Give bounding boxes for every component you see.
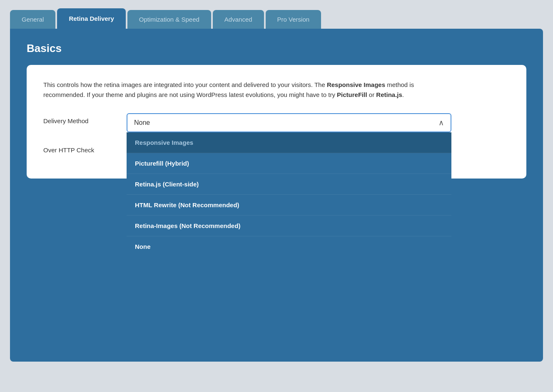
tab-advanced[interactable]: Advanced xyxy=(213,10,264,29)
dropdown-item-retina-images[interactable]: Retina-Images (Not Recommended) xyxy=(127,216,451,236)
delivery-method-label: Delivery Method xyxy=(43,113,127,124)
dropdown-item-responsive-images[interactable]: Responsive Images xyxy=(127,132,451,153)
tab-retina-delivery[interactable]: Retina Delivery xyxy=(57,8,125,29)
page-wrapper: General Retina Delivery Optimization & S… xyxy=(10,8,543,362)
description-text: This controls how the retina images are … xyxy=(43,80,418,100)
dropdown-item-retina-js[interactable]: Retina.js (Client-side) xyxy=(127,174,451,195)
dropdown-item-html-rewrite[interactable]: HTML Rewrite (Not Recommended) xyxy=(127,195,451,216)
main-content: Basics This controls how the retina imag… xyxy=(10,29,543,362)
delivery-method-control: None ∧ Responsive Images Picturefill (Hy… xyxy=(127,113,510,132)
over-http-check-label: Over HTTP Check xyxy=(43,142,127,154)
delivery-method-dropdown: Responsive Images Picturefill (Hybrid) R… xyxy=(127,132,451,257)
dropdown-item-none[interactable]: None xyxy=(127,236,451,257)
bold-responsive-images: Responsive Images xyxy=(327,81,385,88)
tab-optimization-speed[interactable]: Optimization & Speed xyxy=(127,10,211,29)
section-title: Basics xyxy=(27,42,526,55)
chevron-up-icon: ∧ xyxy=(438,118,444,127)
bold-retina-js: Retina.js xyxy=(376,91,402,98)
tabs-bar: General Retina Delivery Optimization & S… xyxy=(10,8,543,29)
bold-picturefill: PictureFill xyxy=(337,91,367,98)
tab-pro-version[interactable]: Pro Version xyxy=(266,10,321,29)
select-current-value: None xyxy=(134,119,150,127)
basics-card: This controls how the retina images are … xyxy=(27,65,526,179)
dropdown-item-picturefill[interactable]: Picturefill (Hybrid) xyxy=(127,153,451,174)
delivery-method-row: Delivery Method None ∧ Responsive Images… xyxy=(43,113,510,132)
delivery-method-select[interactable]: None ∧ xyxy=(127,113,451,132)
tab-general[interactable]: General xyxy=(10,10,55,29)
